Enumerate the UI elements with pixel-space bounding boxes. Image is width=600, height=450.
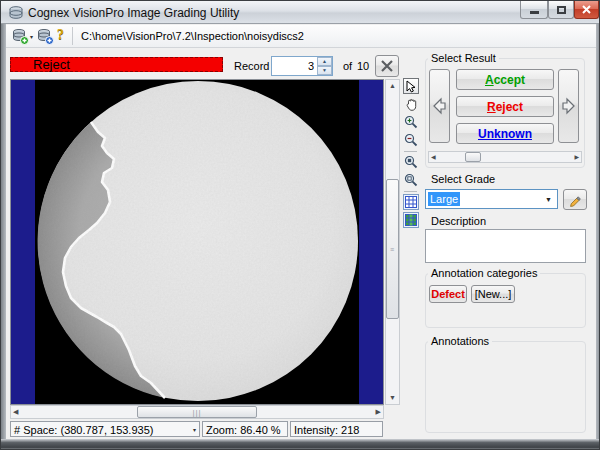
pointer-icon xyxy=(405,80,417,93)
record-spinner[interactable]: ▲ ▼ xyxy=(271,56,333,76)
record-scroll-thumb[interactable] xyxy=(465,152,481,162)
spin-down-icon[interactable]: ▼ xyxy=(317,66,332,75)
previous-record-button[interactable] xyxy=(429,69,450,143)
spin-up-icon[interactable]: ▲ xyxy=(317,57,332,66)
close-button[interactable] xyxy=(574,1,599,19)
scroll-left-icon[interactable]: ◀ xyxy=(13,406,18,418)
main-toolbar: ▾ ? C:\home\VisionPro\7.2\Inspection\noi… xyxy=(6,25,596,48)
viewer-horizontal-scrollbar[interactable]: ◀ ||| ▶ xyxy=(10,405,384,419)
select-grade-label: Select Grade xyxy=(428,173,498,185)
intensity-status-label: Intensity: 218 xyxy=(294,424,359,436)
key-icon[interactable]: ? xyxy=(57,27,64,43)
new-category-button[interactable]: [New...] xyxy=(471,285,515,303)
edit-grades-button[interactable] xyxy=(563,189,587,210)
titlebar[interactable]: Cognex VisionPro Image Grading Utility xyxy=(1,1,600,24)
record-label: Record xyxy=(234,60,269,72)
right-margin-band xyxy=(359,80,383,404)
arrow-right-icon xyxy=(561,96,576,116)
toolbar-separator xyxy=(72,27,73,45)
tool-separator xyxy=(404,151,417,152)
app-icon xyxy=(8,5,24,21)
scroll-right-icon[interactable]: ▶ xyxy=(376,406,381,418)
chevron-down-icon[interactable]: ▼ xyxy=(545,196,552,203)
of-label: of xyxy=(343,60,352,72)
new-category-label: [New...] xyxy=(475,288,512,300)
zoom-out-tool[interactable] xyxy=(403,132,419,148)
vertical-scroll-thumb[interactable]: ≡ xyxy=(386,179,399,319)
window-border-bottom xyxy=(1,439,600,450)
zoom-status: Zoom: 86.40 % xyxy=(202,421,288,437)
zoom-out-icon xyxy=(404,133,418,147)
reject-label: R xyxy=(487,100,496,114)
pencil-icon xyxy=(568,193,582,207)
window-title: Cognex VisionPro Image Grading Utility xyxy=(28,6,239,20)
image-path-label: C:\home\VisionPro\7.2\Inspection\noisydi… xyxy=(81,30,304,42)
grid-filled-icon xyxy=(405,214,417,226)
record-total: 10 xyxy=(357,60,369,72)
arrow-left-icon xyxy=(432,96,447,116)
annotations-label: Annotations xyxy=(428,335,492,347)
zoom-actual-icon xyxy=(404,173,418,187)
maximize-button[interactable] xyxy=(548,1,574,19)
minimize-icon xyxy=(530,11,539,14)
window-border-right xyxy=(596,24,600,439)
reject-button[interactable]: Reject xyxy=(456,96,554,117)
accept-button[interactable]: Accept xyxy=(456,69,554,90)
description-label: Description xyxy=(428,215,489,227)
scroll-right-icon[interactable]: ▶ xyxy=(574,152,579,162)
minimize-button[interactable] xyxy=(520,1,548,19)
pan-tool[interactable] xyxy=(403,96,419,112)
grid-icon xyxy=(405,196,417,208)
maximize-icon xyxy=(557,6,566,14)
image-display[interactable] xyxy=(10,79,384,405)
save-database-icon[interactable] xyxy=(37,28,54,45)
zoom-in-tool[interactable] xyxy=(403,114,419,130)
select-result-label: Select Result xyxy=(428,52,499,64)
unknown-label: Unknown xyxy=(478,127,532,141)
record-scrollbar[interactable]: ◀ ▶ xyxy=(428,151,582,163)
chevron-down-icon: ▾ xyxy=(193,426,196,433)
pointer-tool[interactable] xyxy=(403,78,419,94)
zoom-in-icon xyxy=(404,115,418,129)
accept-label: A xyxy=(485,73,494,87)
space-status-label: # Space: (380.787, 153.935) xyxy=(14,424,153,436)
viewer-vertical-scrollbar[interactable]: ▲ ≡ ▼ xyxy=(385,79,400,405)
x-icon xyxy=(380,59,394,73)
delete-record-button[interactable] xyxy=(375,55,399,77)
grade-value: Large xyxy=(428,192,460,206)
grid-filled-tool[interactable] xyxy=(403,212,419,228)
next-record-button[interactable] xyxy=(558,69,579,143)
horizontal-scroll-thumb[interactable]: ||| xyxy=(137,406,257,418)
result-banner: Reject xyxy=(10,57,223,72)
scroll-up-icon[interactable]: ▲ xyxy=(386,80,399,92)
tool-separator xyxy=(404,191,417,192)
close-icon xyxy=(582,5,591,14)
chevron-down-icon[interactable]: ▾ xyxy=(30,33,33,40)
zoom-region-icon xyxy=(404,155,418,169)
space-status-dropdown[interactable]: # Space: (380.787, 153.935) ▾ xyxy=(10,421,200,437)
scroll-down-icon[interactable]: ▼ xyxy=(386,392,399,404)
scroll-left-icon[interactable]: ◀ xyxy=(431,152,436,162)
grade-combobox[interactable]: Large ▼ xyxy=(425,189,558,209)
viewer-toolbar xyxy=(402,78,420,318)
zoom-actual-tool[interactable] xyxy=(403,172,419,188)
annotations-group xyxy=(425,341,586,433)
hand-icon xyxy=(405,98,418,111)
grid-tool[interactable] xyxy=(403,194,419,210)
zoom-region-tool[interactable] xyxy=(403,154,419,170)
description-input[interactable] xyxy=(425,229,586,263)
app-window: Cognex VisionPro Image Grading Utility ▾ xyxy=(0,0,600,450)
window-border-left xyxy=(1,24,6,439)
annotation-categories-label: Annotation categories xyxy=(428,267,540,279)
defect-category-button[interactable]: Defect xyxy=(429,285,467,303)
add-database-icon[interactable] xyxy=(12,28,29,45)
record-input[interactable] xyxy=(272,57,316,75)
left-margin-band xyxy=(11,80,35,404)
unknown-button[interactable]: Unknown xyxy=(456,123,554,144)
zoom-status-label: Zoom: 86.40 % xyxy=(206,424,281,436)
intensity-status: Intensity: 218 xyxy=(290,421,383,437)
defect-label: Defect xyxy=(431,288,465,300)
